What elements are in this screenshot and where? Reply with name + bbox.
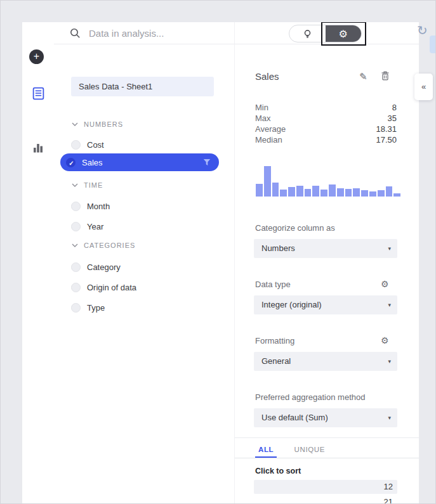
column-label: Type [87,303,105,313]
column-label: Category [87,262,121,272]
histogram-bar [272,183,279,197]
chevron-down-icon: ▾ [388,239,391,258]
gear-icon: ⚙ [381,279,389,289]
column-item-month[interactable]: Month [71,198,227,214]
stat-row: Average 18.31 [255,124,397,135]
sort-column-header[interactable]: Click to sort [255,467,301,475]
field-label-aggregation: Preferred aggregation method [255,392,365,402]
column-item-origin-of-data[interactable]: Origin of data [71,279,227,295]
histogram [256,165,400,197]
data-source-item[interactable]: Sales Data - Sheet1 [71,77,214,96]
gear-icon: ⚙ [381,335,389,346]
histogram-bar [361,190,368,197]
settings-toggle-button[interactable]: ⚙ [326,25,362,42]
column-item-year[interactable]: Year [71,218,227,235]
toolbar-visualizations-button[interactable] [30,140,46,155]
column-checkbox[interactable] [71,222,81,231]
stat-value: 35 [388,113,397,124]
column-label: Year [87,222,103,231]
formatting-dropdown[interactable]: General ▾ [254,352,397,371]
toolbar-data-in-analysis-button[interactable] [30,86,46,101]
stat-row: Median 17.50 [255,135,397,146]
data-table-icon [32,87,45,100]
field-label-formatting: Formatting [255,336,294,346]
histogram-bar [256,184,263,197]
column-label: Origin of data [87,283,136,292]
dropdown-value: Use default (Sum) [261,413,328,422]
section-divider [235,437,419,438]
column-header: Sales ✎ [255,71,399,84]
column-item-sales-selected[interactable]: ✓ Sales [60,153,219,171]
tab-unique[interactable]: UNIQUE [291,441,328,456]
collapse-panel-button[interactable]: « [414,74,433,100]
section-label: TIME [84,181,103,189]
checkmark-icon: ✓ [67,158,76,168]
panel-mode-row: ⚙ [235,22,419,44]
histogram-bar [369,191,376,197]
refresh-icon[interactable]: ↻ [417,23,428,38]
histogram-bar [280,190,287,197]
histogram-bar [296,186,303,197]
section-numbers[interactable]: NUMBERS [72,120,123,128]
histogram-bar [320,190,327,197]
search-bar [54,22,234,44]
value-row: 21 [254,495,397,504]
formatting-settings-gear-icon[interactable]: ⚙ [381,335,389,346]
gear-icon: ⚙ [339,28,348,40]
data-in-analysis-panel: Sales Data - Sheet1 NUMBERS Cost ✓ Sales… [54,22,235,504]
histogram-bar [386,186,393,197]
column-details-panel: ⚙ Sales ✎ Min 8 [235,22,419,504]
section-label: CATEGORIES [84,242,135,249]
histogram-bar [337,188,344,197]
values-tabs: ALL UNIQUE [235,441,419,458]
histogram-bar [264,166,271,197]
column-checkbox[interactable] [71,140,81,150]
histogram-bar [329,184,336,197]
value-row: 12 [254,480,397,494]
column-title: Sales [255,71,279,82]
delete-icon[interactable] [381,71,390,83]
filter-icon[interactable] [203,158,211,166]
histogram-bar [312,186,319,197]
stat-value: 17.50 [376,135,397,146]
stat-row: Min 8 [255,103,397,113]
search-input[interactable] [89,28,203,39]
add-button[interactable]: + [29,49,44,64]
recommendations-toggle-button[interactable] [289,25,326,42]
stat-label: Median [255,135,282,146]
data-type-dropdown[interactable]: Integer (original) ▾ [254,295,397,314]
section-categories[interactable]: CATEGORIES [72,242,135,249]
categorize-dropdown[interactable]: Numbers ▾ [254,239,397,258]
column-checkbox[interactable] [71,202,81,211]
column-label: Sales [82,158,103,167]
edit-icon[interactable]: ✎ [359,71,367,82]
column-checkbox[interactable] [71,262,81,272]
histogram-bar [378,190,385,197]
field-label-data-type: Data type [255,280,291,289]
column-item-type[interactable]: Type [71,299,227,316]
column-checkbox[interactable] [71,283,81,292]
chevron-down-icon: ▾ [388,408,391,427]
chevron-down-icon [72,122,78,126]
histogram-bar [353,188,360,197]
stat-label: Average [255,124,286,135]
field-label-categorize: Categorize column as [255,223,335,233]
column-checkbox[interactable] [71,303,81,313]
side-widget-partial [430,36,436,53]
histogram-bar [393,193,400,197]
bar-chart-icon [32,141,44,154]
column-item-cost[interactable]: Cost [71,136,227,153]
tab-all[interactable]: ALL [255,441,277,458]
stat-row: Max 35 [255,113,397,124]
column-item-category[interactable]: Category [71,259,227,275]
section-time[interactable]: TIME [72,181,103,189]
panel-mode-toggle: ⚙ [289,25,362,42]
selected-checkbox[interactable]: ✓ [66,158,76,167]
chevron-down-icon: ▾ [388,352,391,371]
data-type-settings-gear-icon[interactable]: ⚙ [381,278,389,290]
column-label: Cost [87,140,104,150]
trash-icon [381,71,390,81]
column-statistics: Min 8 Max 35 Average 18.31 Median 17.50 [255,103,397,146]
dropdown-value: Integer (original) [261,300,322,309]
aggregation-dropdown[interactable]: Use default (Sum) ▾ [254,408,397,427]
